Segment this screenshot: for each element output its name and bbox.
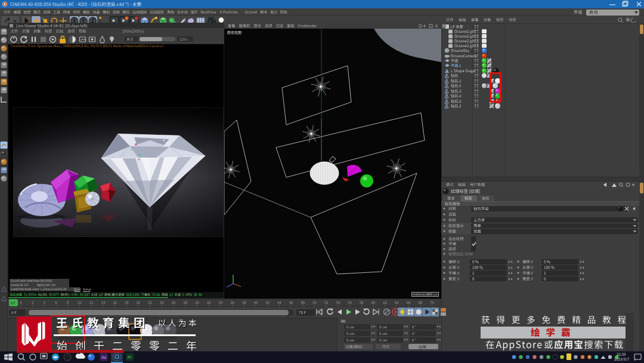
svg-text:Ae: Ae (101, 355, 107, 359)
svg-text:Pr: Pr (128, 355, 132, 359)
